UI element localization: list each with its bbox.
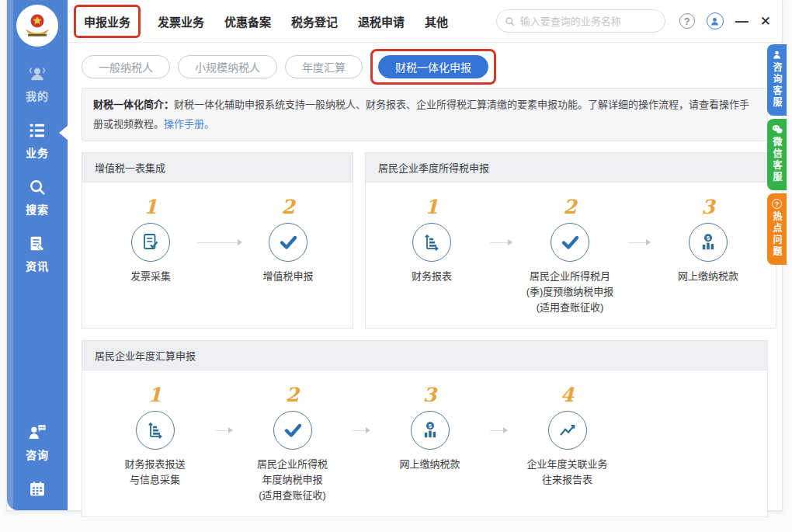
step-label: 网上缴纳税款 (399, 457, 460, 472)
step-circle (136, 411, 175, 450)
intro-label: 财税一体化简介： (93, 99, 174, 110)
sidebar-item-news[interactable]: 资讯 (26, 234, 49, 273)
service-button-label: 微信客服 (770, 137, 783, 183)
step-vat-declare[interactable]: 2 增值税申报 (241, 196, 335, 284)
sidebar: 我的 业务 搜索 资讯 (7, 0, 68, 510)
list-icon (27, 120, 47, 141)
sidebar-item-business[interactable]: 业务 (26, 120, 49, 160)
nav-item-preference[interactable]: 优惠备案 (224, 13, 271, 30)
step-label: 居民企业所得税 年度纳税申报 (适用查账征收) (257, 457, 328, 503)
step-circle (131, 223, 170, 262)
step-circle (551, 223, 589, 262)
titlebar-icons: ? — ✕ (679, 12, 771, 30)
sidebar-item-label: 咨询 (26, 447, 49, 462)
person-icon (710, 16, 720, 26)
check-icon (278, 232, 298, 252)
hot-questions-button[interactable]: ? 热点问题 (767, 193, 787, 265)
top-nav: 申报业务 发票业务 优惠备案 税务登记 退税申请 其他 (74, 5, 448, 38)
intro-box: 财税一体化简介：财税一体化辅助申报系统支持一般纳税人、财务报表、企业所得税汇算清… (82, 88, 768, 141)
nav-item-refund[interactable]: 退税申请 (358, 13, 405, 30)
panel-title: 增值税一表集成 (82, 153, 353, 183)
sidebar-item-label: 资讯 (26, 258, 49, 273)
step-circle (269, 223, 307, 262)
step-number: 4 (561, 384, 574, 406)
step-number: 3 (701, 196, 714, 218)
nav-item-invoice[interactable]: 发票业务 (158, 13, 204, 30)
step-number: 2 (281, 196, 294, 218)
flow-arrow (490, 430, 507, 431)
step-related-business-report[interactable]: 4 企业年度关联业务 往来报告表 (507, 384, 627, 488)
report-chart-icon (145, 420, 165, 440)
floating-service-buttons: 咨询客服 微信客服 ? 热点问题 (767, 44, 787, 265)
step-invoice-collection[interactable]: 1 发票采集 (104, 196, 197, 284)
step-report-info-collect[interactable]: 1 财务报表报送 与信息采集 (95, 384, 215, 488)
step-prepay-declare[interactable]: 2 居民企业所得税月 (季)度预缴纳税申报 (适用查账征收) (512, 196, 628, 315)
panel-body: 1 财务报表报送 与信息采集 2 (82, 370, 767, 516)
step-financial-report[interactable]: 1 财务报表 (373, 196, 490, 284)
service-button-label: 热点问题 (770, 211, 783, 258)
sidebar-item-label: 搜索 (26, 201, 49, 217)
search-input[interactable] (520, 16, 657, 27)
person-signal-icon (27, 64, 47, 84)
active-item-pointer (59, 126, 68, 140)
user-icon[interactable] (707, 12, 724, 30)
service-button-label: 咨询客服 (770, 62, 783, 109)
tab-annual-settlement[interactable]: 年度汇算 (285, 55, 363, 78)
nav-item-other[interactable]: 其他 (425, 13, 448, 30)
step-circle (412, 223, 451, 262)
red-annotation-box-nav: 申报业务 (74, 5, 141, 38)
pay-tax-icon: $ (420, 420, 440, 440)
flow-arrow (628, 242, 650, 243)
tab-fiscal-tax-integration[interactable]: 财税一体化申报 (378, 55, 488, 78)
svg-text:$: $ (428, 422, 432, 429)
titlebar: 申报业务 发票业务 优惠备案 税务登记 退税申请 其他 ? — ✕ (68, 0, 782, 43)
tab-small-scale-taxpayer[interactable]: 小规模纳税人 (178, 55, 277, 78)
sidebar-item-calendar[interactable] (27, 479, 47, 499)
app-window: 我的 业务 搜索 资讯 (6, 0, 783, 511)
help-icon[interactable]: ? (679, 13, 695, 29)
nav-item-declare[interactable]: 申报业务 (84, 16, 130, 29)
search-icon (27, 177, 47, 197)
person-chat-icon (27, 422, 47, 443)
red-annotation-box-tab: 财税一体化申报 (370, 49, 496, 85)
sidebar-item-consult[interactable]: 咨询 (26, 422, 49, 462)
flow-arrow (353, 430, 370, 431)
consult-service-button[interactable]: 咨询客服 (767, 44, 787, 116)
main-content: 一般纳税人 小规模纳税人 年度汇算 财税一体化申报 财税一体化简介：财税一体化辅… (68, 43, 782, 510)
check-icon (560, 232, 580, 252)
panel-body: 1 发票采集 2 (82, 183, 353, 313)
panel-body: 1 财务报表 (366, 183, 776, 328)
wechat-service-button[interactable]: 微信客服 (767, 119, 787, 190)
sidebar-item-search[interactable]: 搜索 (26, 177, 49, 217)
step-number: 2 (286, 384, 299, 406)
search-icon (505, 16, 515, 27)
step-circle: $ (689, 223, 728, 262)
step-label: 企业年度关联业务 往来报告表 (526, 457, 607, 488)
tax-emblem-icon (20, 9, 54, 43)
step-number: 1 (144, 196, 157, 218)
step-pay-tax-online[interactable]: 3 $ 网上缴纳税款 (650, 196, 766, 284)
invoice-collect-icon (141, 232, 161, 252)
tax-bureau-logo (16, 5, 58, 47)
step-number: 1 (148, 384, 162, 406)
step-annual-declare[interactable]: 2 居民企业所得税 年度纳税申报 (适用查账征收) (232, 384, 353, 503)
close-button[interactable]: ✕ (760, 15, 771, 28)
flow-arrow (215, 430, 232, 431)
calendar-icon (27, 479, 47, 499)
nav-item-registration[interactable]: 税务登记 (291, 13, 338, 30)
trend-chart-icon (558, 420, 578, 440)
tab-general-taxpayer[interactable]: 一般纳税人 (82, 55, 170, 78)
sidebar-item-label: 业务 (26, 144, 49, 160)
step-circle (548, 411, 587, 450)
manual-link[interactable]: 操作手册。 (164, 118, 214, 130)
person-icon (772, 50, 782, 60)
sidebar-item-mine[interactable]: 我的 (26, 64, 49, 103)
search-box[interactable] (496, 9, 665, 33)
step-number: 1 (425, 196, 438, 218)
panel-row-top: 增值税一表集成 1 发票采集 (82, 152, 768, 329)
news-document-icon (27, 234, 47, 254)
sidebar-item-label: 我的 (26, 88, 49, 103)
pay-tax-icon: $ (698, 232, 718, 252)
minimize-button[interactable]: — (735, 15, 749, 28)
step-pay-tax-online[interactable]: 3 $ 网上缴纳税款 (370, 384, 490, 472)
